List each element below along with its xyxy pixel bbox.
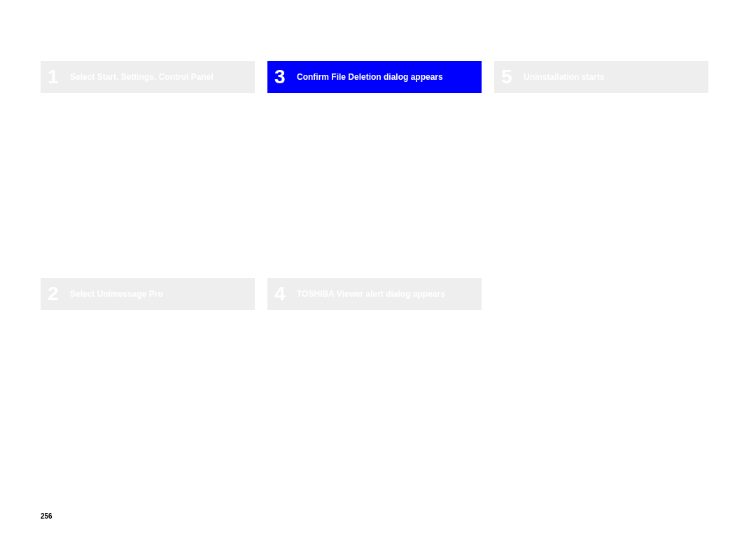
step-2-header: 2 Select Unimessage Pro [41,278,255,310]
step-2-number: 2 [46,283,67,305]
step-4-header: 4 TOSHIBA Viewer alert dialog appears [267,278,482,310]
step-3-number: 3 [273,66,294,88]
page-number: 256 [41,512,52,520]
step-5-title: Uninstallation starts [521,72,604,82]
column-1: 1 Select Start, Settings, Control Panel … [41,61,255,310]
step-5-header: 5 Uninstallation starts [494,61,708,93]
column-3: 5 Uninstallation starts [494,61,708,310]
column-2: 3 Confirm File Deletion dialog appears 4… [267,61,482,310]
step-1-body [41,93,255,278]
step-5-number: 5 [500,66,521,88]
steps-columns: 1 Select Start, Settings, Control Panel … [41,61,708,310]
step-4-number: 4 [273,283,294,305]
page-content: 1 Select Start, Settings, Control Panel … [41,61,708,310]
step-1-title: Select Start, Settings, Control Panel [67,72,214,82]
step-3-title: Confirm File Deletion dialog appears [294,72,443,82]
step-2-title: Select Unimessage Pro [67,289,163,299]
step-3-body [267,93,482,278]
step-4-title: TOSHIBA Viewer alert dialog appears [294,289,445,299]
step-1-number: 1 [46,66,67,88]
step-3-header: 3 Confirm File Deletion dialog appears [267,61,482,93]
step-1-header: 1 Select Start, Settings, Control Panel [41,61,255,93]
